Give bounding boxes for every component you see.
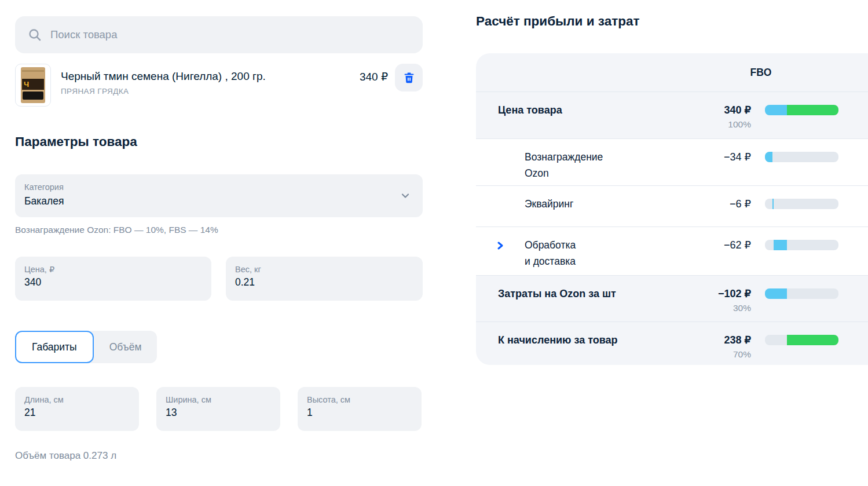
trash-icon	[402, 71, 416, 85]
calc-row-label: ВознаграждениеOzon	[525, 149, 603, 181]
commission-note: Вознаграждение Ozon: FBO — 10%, FBS — 14…	[15, 225, 218, 235]
app-root: Ч Черный тмин семена (Нигелла) , 200 гр.…	[0, 0, 868, 486]
tab-dimensions[interactable]: Габариты	[15, 331, 94, 363]
bar-segment-blue	[765, 288, 787, 299]
weight-input[interactable]	[235, 276, 413, 288]
cost-bar	[765, 240, 838, 250]
cost-bar	[765, 335, 838, 345]
length-field[interactable]: Длина, см	[15, 387, 139, 431]
calc-row-label: К начислению за товар	[498, 332, 618, 348]
category-select[interactable]: Категория Бакалея	[15, 174, 423, 217]
product-bag-art: Ч	[21, 67, 45, 103]
calc-row-percent: 30%	[632, 303, 751, 313]
category-label: Категория	[24, 182, 413, 193]
cost-bar	[765, 288, 838, 299]
length-input[interactable]	[24, 407, 130, 419]
product-row: Ч Черный тмин семена (Нигелла) , 200 гр.…	[15, 64, 423, 107]
calc-row-value: 340 ₽	[632, 102, 751, 118]
calc-table: FBO Цена товара340 ₽100%ВознаграждениеOz…	[476, 53, 868, 365]
cost-bar	[765, 105, 838, 115]
bar-segment-green	[787, 335, 838, 345]
search-icon	[28, 28, 42, 42]
calc-row-payout-per-item: К начислению за товар238 ₽70%	[476, 321, 868, 365]
height-input[interactable]	[307, 407, 412, 419]
calc-row-label: Эквайринг	[525, 196, 573, 212]
height-field[interactable]: Высота, см	[298, 387, 422, 431]
params-heading: Параметры товара	[15, 134, 137, 149]
dimension-mode-tabs: Габариты Объём	[15, 331, 157, 363]
width-input[interactable]	[166, 407, 271, 419]
expand-chevron-icon[interactable]	[496, 241, 505, 250]
calc-row-ozon-costs-per-unit: Затраты на Ozon за шт−102 ₽30%	[476, 275, 868, 321]
product-thumbnail: Ч	[15, 64, 51, 107]
calc-rows-container: Цена товара340 ₽100%ВознаграждениеOzon−3…	[476, 92, 868, 365]
product-title: Черный тмин семена (Нигелла) , 200 гр.	[61, 70, 266, 83]
calc-row-label: Затраты на Ozon за шт	[498, 286, 616, 302]
cost-bar	[765, 152, 838, 162]
column-header-fbo: FBO	[726, 67, 796, 79]
calc-row-label: Обработкаи доставка	[525, 237, 576, 269]
bar-segment-blue	[765, 152, 772, 162]
calc-row-ozon-commission: ВознаграждениеOzon−34 ₽	[476, 138, 868, 185]
calc-row-value: −102 ₽	[632, 286, 751, 302]
calc-row-processing-delivery[interactable]: Обработкаи доставка−62 ₽	[476, 226, 868, 275]
calc-row-price: Цена товара340 ₽100%	[476, 92, 868, 138]
calc-row-percent: 70%	[632, 349, 751, 360]
search-input[interactable]	[49, 28, 411, 42]
price-input[interactable]	[24, 276, 202, 288]
calc-row-label: Цена товара	[498, 102, 562, 118]
calc-row-percent: 100%	[632, 119, 751, 130]
delete-product-button[interactable]	[395, 64, 423, 92]
calc-table-header: FBO	[476, 53, 868, 92]
product-price: 340 ₽	[360, 70, 388, 84]
calc-row-value: 238 ₽	[632, 332, 751, 348]
category-value: Бакалея	[24, 194, 413, 208]
calc-row-acquiring: Эквайринг−6 ₽	[476, 185, 868, 226]
tab-volume[interactable]: Объём	[94, 331, 158, 363]
width-field[interactable]: Ширина, см	[156, 387, 280, 431]
bar-segment-blue	[765, 105, 787, 115]
volume-note: Объём товара 0.273 л	[15, 450, 116, 462]
chevron-down-icon	[400, 190, 411, 202]
bar-segment-green	[787, 105, 838, 115]
calc-row-value: −62 ₽	[632, 237, 751, 253]
bar-segment-blue	[774, 240, 787, 250]
weight-field[interactable]: Вес, кг	[226, 257, 423, 301]
search-bar	[15, 16, 423, 53]
price-field[interactable]: Цена, ₽	[15, 257, 211, 301]
cost-bar	[765, 199, 838, 209]
calc-row-value: −34 ₽	[632, 149, 751, 165]
product-brand: ПРЯНАЯ ГРЯДКА	[61, 87, 266, 96]
calc-heading: Расчёт прибыли и затрат	[476, 14, 639, 29]
bar-segment-blue	[772, 199, 774, 209]
calc-row-value: −6 ₽	[632, 196, 751, 212]
bag-letter: Ч	[24, 81, 29, 88]
